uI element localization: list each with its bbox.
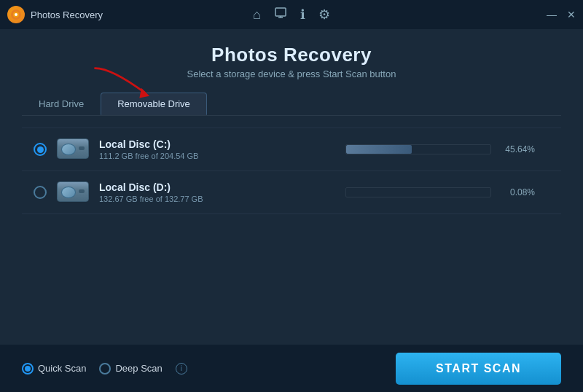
settings-icon[interactable]: ⚙ xyxy=(318,7,330,23)
quick-scan-label: Quick Scan xyxy=(38,363,86,374)
scan-info-icon[interactable]: i xyxy=(176,363,187,375)
progress-bar-fill-c xyxy=(346,145,412,154)
tabs-row: Hard Drive Removable Drive xyxy=(22,93,561,116)
drive-size-d: 132.67 GB free of 132.77 GB xyxy=(99,195,345,203)
deep-scan-radio[interactable] xyxy=(99,363,111,375)
start-scan-button[interactable]: START SCAN xyxy=(396,353,561,385)
deep-scan-option[interactable]: Deep Scan xyxy=(99,363,162,375)
progress-label-d: 0.08% xyxy=(498,187,535,197)
drive-progress-d: 0.08% xyxy=(345,187,549,197)
nav-icons: ⌂ ℹ ⚙ xyxy=(253,7,330,23)
drive-size-c: 111.2 GB free of 204.54 GB xyxy=(99,152,345,160)
quick-scan-radio[interactable] xyxy=(22,363,34,375)
drive-item-c[interactable]: Local Disc (C:) 111.2 GB free of 204.54 … xyxy=(22,128,561,171)
minimize-button[interactable]: — xyxy=(547,9,557,20)
window-controls: — ✕ xyxy=(547,9,576,20)
main-content: Photos Recovery Select a storage device … xyxy=(0,29,583,345)
close-button[interactable]: ✕ xyxy=(567,9,576,20)
tab-hard-drive[interactable]: Hard Drive xyxy=(22,93,101,115)
drive-info-c: Local Disc (C:) 111.2 GB free of 204.54 … xyxy=(99,138,345,160)
titlebar: Photos Recovery ⌂ ℹ ⚙ — ✕ xyxy=(0,0,583,29)
svg-point-2 xyxy=(15,13,17,16)
app-icon xyxy=(7,6,25,23)
progress-label-c: 45.64% xyxy=(498,144,535,154)
svg-rect-3 xyxy=(275,8,286,16)
tab-removable-drive[interactable]: Removable Drive xyxy=(101,93,207,115)
drive-info-d: Local Disc (D:) 132.67 GB free of 132.77… xyxy=(99,181,345,203)
drive-name-d: Local Disc (D:) xyxy=(99,181,345,193)
drive-radio-d[interactable] xyxy=(34,186,47,199)
bottom-bar: Quick Scan Deep Scan i START SCAN xyxy=(0,345,583,392)
page-title: Photos Recovery xyxy=(22,44,561,66)
quick-scan-option[interactable]: Quick Scan xyxy=(22,363,86,375)
home-icon[interactable]: ⌂ xyxy=(253,7,261,23)
page-header: Photos Recovery Select a storage device … xyxy=(22,44,561,79)
scan-options: Quick Scan Deep Scan i xyxy=(22,363,187,375)
drive-progress-c: 45.64% xyxy=(345,144,549,154)
page-subheading: Select a storage device & press Start Sc… xyxy=(22,68,561,79)
drive-item-d[interactable]: Local Disc (D:) 132.67 GB free of 132.77… xyxy=(22,171,561,214)
deep-scan-label: Deep Scan xyxy=(115,363,162,374)
drive-icon-d xyxy=(57,181,89,203)
drive-radio-c[interactable] xyxy=(34,143,47,156)
drive-list: Local Disc (C:) 111.2 GB free of 204.54 … xyxy=(22,128,561,334)
drive-icon-c xyxy=(57,138,89,160)
progress-bar-bg-c xyxy=(345,144,491,154)
drive-name-c: Local Disc (C:) xyxy=(99,138,345,150)
info-icon[interactable]: ℹ xyxy=(300,7,305,23)
progress-bar-bg-d xyxy=(345,187,491,197)
scan-icon[interactable] xyxy=(274,7,287,23)
